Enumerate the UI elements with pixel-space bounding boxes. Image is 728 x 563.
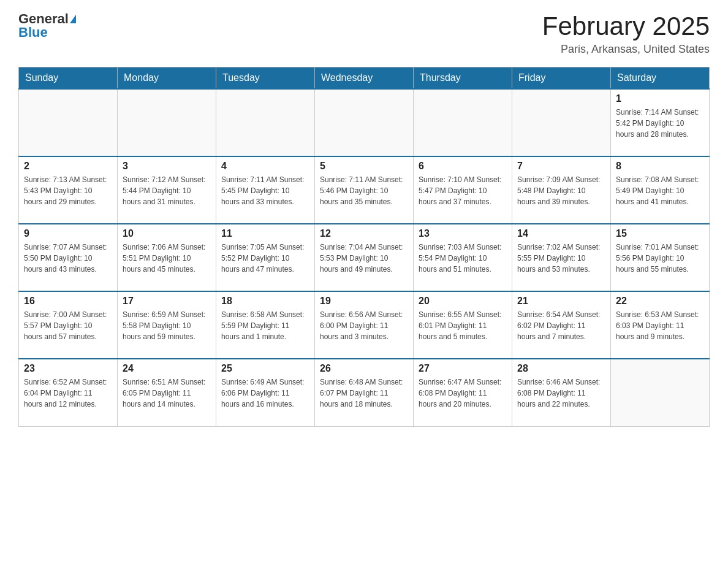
- day-info: Sunrise: 7:08 AM Sunset: 5:49 PM Dayligh…: [616, 174, 704, 207]
- day-number: 19: [320, 296, 408, 307]
- page-header: General Blue February 2025 Paris, Arkans…: [18, 12, 710, 56]
- month-title: February 2025: [542, 12, 710, 40]
- calendar-cell: 23Sunrise: 6:52 AM Sunset: 6:04 PM Dayli…: [19, 359, 118, 426]
- logo-general-text: General: [18, 12, 76, 26]
- location: Paris, Arkansas, United States: [542, 43, 710, 56]
- calendar-cell: [512, 89, 611, 156]
- calendar-cell: 28Sunrise: 6:46 AM Sunset: 6:08 PM Dayli…: [512, 359, 611, 426]
- calendar-day-header: Thursday: [414, 67, 512, 90]
- day-number: 7: [517, 161, 605, 172]
- calendar-cell: [216, 89, 315, 156]
- calendar-cell: 10Sunrise: 7:06 AM Sunset: 5:51 PM Dayli…: [118, 224, 216, 291]
- day-number: 3: [123, 161, 211, 172]
- calendar-cell: 22Sunrise: 6:53 AM Sunset: 6:03 PM Dayli…: [611, 291, 710, 359]
- calendar-week-row: 23Sunrise: 6:52 AM Sunset: 6:04 PM Dayli…: [19, 359, 710, 426]
- calendar-cell: [19, 89, 118, 156]
- day-info: Sunrise: 7:06 AM Sunset: 5:51 PM Dayligh…: [123, 242, 211, 275]
- day-info: Sunrise: 7:11 AM Sunset: 5:45 PM Dayligh…: [221, 174, 309, 207]
- day-info: Sunrise: 7:11 AM Sunset: 5:46 PM Dayligh…: [320, 174, 408, 207]
- day-number: 21: [517, 296, 605, 307]
- day-info: Sunrise: 7:12 AM Sunset: 5:44 PM Dayligh…: [123, 174, 211, 207]
- calendar-cell: 9Sunrise: 7:07 AM Sunset: 5:50 PM Daylig…: [19, 224, 118, 291]
- calendar-cell: 19Sunrise: 6:56 AM Sunset: 6:00 PM Dayli…: [315, 291, 414, 359]
- calendar-cell: 13Sunrise: 7:03 AM Sunset: 5:54 PM Dayli…: [414, 224, 512, 291]
- day-number: 10: [123, 228, 211, 239]
- day-number: 27: [419, 363, 507, 374]
- calendar-cell: 8Sunrise: 7:08 AM Sunset: 5:49 PM Daylig…: [611, 156, 710, 224]
- calendar-table: SundayMondayTuesdayWednesdayThursdayFrid…: [18, 67, 710, 427]
- day-info: Sunrise: 6:49 AM Sunset: 6:06 PM Dayligh…: [221, 377, 309, 410]
- day-number: 23: [24, 363, 112, 374]
- calendar-cell: [611, 359, 710, 426]
- day-number: 6: [419, 161, 507, 172]
- day-number: 14: [517, 228, 605, 239]
- calendar-day-header: Tuesday: [216, 67, 315, 90]
- day-info: Sunrise: 7:00 AM Sunset: 5:57 PM Dayligh…: [24, 309, 112, 342]
- day-info: Sunrise: 7:03 AM Sunset: 5:54 PM Dayligh…: [419, 242, 507, 275]
- day-number: 1: [616, 93, 704, 104]
- day-info: Sunrise: 6:59 AM Sunset: 5:58 PM Dayligh…: [123, 309, 211, 342]
- day-info: Sunrise: 6:58 AM Sunset: 5:59 PM Dayligh…: [221, 309, 309, 342]
- day-number: 17: [123, 296, 211, 307]
- day-number: 20: [419, 296, 507, 307]
- calendar-cell: 16Sunrise: 7:00 AM Sunset: 5:57 PM Dayli…: [19, 291, 118, 359]
- day-info: Sunrise: 7:07 AM Sunset: 5:50 PM Dayligh…: [24, 242, 112, 275]
- calendar-cell: 5Sunrise: 7:11 AM Sunset: 5:46 PM Daylig…: [315, 156, 414, 224]
- calendar-cell: 3Sunrise: 7:12 AM Sunset: 5:44 PM Daylig…: [118, 156, 216, 224]
- day-number: 15: [616, 228, 704, 239]
- calendar-cell: 11Sunrise: 7:05 AM Sunset: 5:52 PM Dayli…: [216, 224, 315, 291]
- calendar-cell: [414, 89, 512, 156]
- calendar-week-row: 16Sunrise: 7:00 AM Sunset: 5:57 PM Dayli…: [19, 291, 710, 359]
- day-number: 8: [616, 161, 704, 172]
- calendar-week-row: 9Sunrise: 7:07 AM Sunset: 5:50 PM Daylig…: [19, 224, 710, 291]
- calendar-cell: 6Sunrise: 7:10 AM Sunset: 5:47 PM Daylig…: [414, 156, 512, 224]
- calendar-cell: 18Sunrise: 6:58 AM Sunset: 5:59 PM Dayli…: [216, 291, 315, 359]
- day-info: Sunrise: 6:47 AM Sunset: 6:08 PM Dayligh…: [419, 377, 507, 410]
- calendar-cell: [315, 89, 414, 156]
- day-info: Sunrise: 7:13 AM Sunset: 5:43 PM Dayligh…: [24, 174, 112, 207]
- calendar-cell: 15Sunrise: 7:01 AM Sunset: 5:56 PM Dayli…: [611, 224, 710, 291]
- day-number: 11: [221, 228, 309, 239]
- day-number: 24: [123, 363, 211, 374]
- day-number: 16: [24, 296, 112, 307]
- calendar-header-row: SundayMondayTuesdayWednesdayThursdayFrid…: [19, 67, 710, 90]
- calendar-cell: 21Sunrise: 6:54 AM Sunset: 6:02 PM Dayli…: [512, 291, 611, 359]
- logo: General Blue: [18, 12, 76, 39]
- calendar-cell: 2Sunrise: 7:13 AM Sunset: 5:43 PM Daylig…: [19, 156, 118, 224]
- calendar-cell: 27Sunrise: 6:47 AM Sunset: 6:08 PM Dayli…: [414, 359, 512, 426]
- day-info: Sunrise: 6:55 AM Sunset: 6:01 PM Dayligh…: [419, 309, 507, 342]
- day-number: 26: [320, 363, 408, 374]
- day-number: 2: [24, 161, 112, 172]
- day-info: Sunrise: 6:54 AM Sunset: 6:02 PM Dayligh…: [517, 309, 605, 342]
- day-number: 13: [419, 228, 507, 239]
- day-number: 9: [24, 228, 112, 239]
- day-info: Sunrise: 6:48 AM Sunset: 6:07 PM Dayligh…: [320, 377, 408, 410]
- calendar-week-row: 2Sunrise: 7:13 AM Sunset: 5:43 PM Daylig…: [19, 156, 710, 224]
- calendar-cell: 25Sunrise: 6:49 AM Sunset: 6:06 PM Dayli…: [216, 359, 315, 426]
- calendar-cell: 26Sunrise: 6:48 AM Sunset: 6:07 PM Dayli…: [315, 359, 414, 426]
- day-info: Sunrise: 7:04 AM Sunset: 5:53 PM Dayligh…: [320, 242, 408, 275]
- day-info: Sunrise: 6:52 AM Sunset: 6:04 PM Dayligh…: [24, 377, 112, 410]
- calendar-day-header: Saturday: [611, 67, 710, 90]
- day-info: Sunrise: 7:02 AM Sunset: 5:55 PM Dayligh…: [517, 242, 605, 275]
- calendar-cell: 7Sunrise: 7:09 AM Sunset: 5:48 PM Daylig…: [512, 156, 611, 224]
- day-number: 22: [616, 296, 704, 307]
- calendar-cell: [118, 89, 216, 156]
- calendar-cell: 14Sunrise: 7:02 AM Sunset: 5:55 PM Dayli…: [512, 224, 611, 291]
- day-info: Sunrise: 7:05 AM Sunset: 5:52 PM Dayligh…: [221, 242, 309, 275]
- day-number: 5: [320, 161, 408, 172]
- calendar-cell: 20Sunrise: 6:55 AM Sunset: 6:01 PM Dayli…: [414, 291, 512, 359]
- calendar-week-row: 1Sunrise: 7:14 AM Sunset: 5:42 PM Daylig…: [19, 89, 710, 156]
- day-info: Sunrise: 7:01 AM Sunset: 5:56 PM Dayligh…: [616, 242, 704, 275]
- calendar-cell: 1Sunrise: 7:14 AM Sunset: 5:42 PM Daylig…: [611, 89, 710, 156]
- day-number: 18: [221, 296, 309, 307]
- title-section: February 2025 Paris, Arkansas, United St…: [542, 12, 710, 56]
- day-info: Sunrise: 6:53 AM Sunset: 6:03 PM Dayligh…: [616, 309, 704, 342]
- calendar-cell: 17Sunrise: 6:59 AM Sunset: 5:58 PM Dayli…: [118, 291, 216, 359]
- day-info: Sunrise: 7:09 AM Sunset: 5:48 PM Dayligh…: [517, 174, 605, 207]
- calendar-cell: 24Sunrise: 6:51 AM Sunset: 6:05 PM Dayli…: [118, 359, 216, 426]
- calendar-day-header: Sunday: [19, 67, 118, 90]
- day-number: 12: [320, 228, 408, 239]
- calendar-day-header: Wednesday: [315, 67, 414, 90]
- logo-blue-text: Blue: [18, 26, 48, 39]
